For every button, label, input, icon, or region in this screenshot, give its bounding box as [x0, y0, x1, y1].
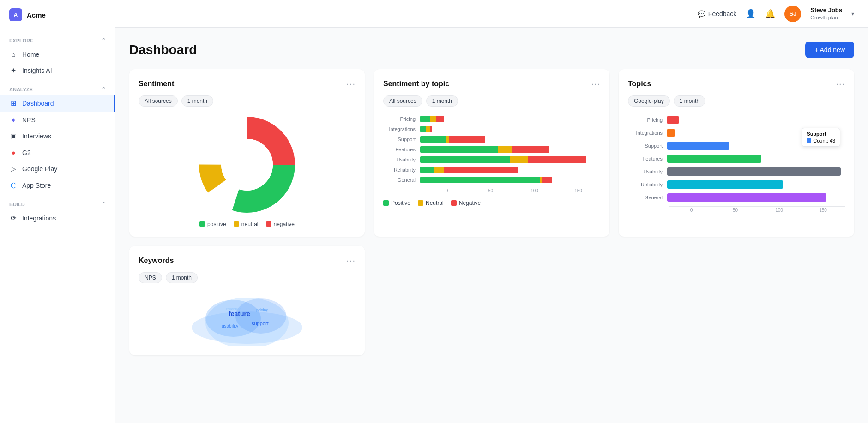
- sentiment-card: Sentiment ··· All sources 1 month: [129, 69, 365, 237]
- sidebar-item-home[interactable]: ⌂ Home: [0, 46, 115, 62]
- sentiment-source-filter[interactable]: All sources: [139, 95, 178, 107]
- insights-icon: ✦: [9, 66, 18, 75]
- bar-track: [420, 167, 600, 173]
- user-menu-chevron[interactable]: ▾: [851, 11, 854, 17]
- keywords-wordcloud: feature support usability pricing reliab…: [139, 291, 356, 346]
- sidebar-item-google-play[interactable]: ▷ Google Play: [0, 161, 115, 177]
- topics-period-filter[interactable]: 1 month: [674, 95, 705, 107]
- sidebar-item-insights-ai[interactable]: ✦ Insights AI: [0, 62, 115, 79]
- donut-hole: [221, 139, 273, 191]
- interviews-icon: ▣: [9, 132, 18, 140]
- svg-text:reliability: reliability: [226, 307, 241, 311]
- topics-chart-wrapper: Pricing Integrations Support Features Us…: [628, 114, 845, 214]
- sidebar-item-app-store[interactable]: ⬡ App Store: [0, 177, 115, 194]
- topics-filters: Google-play 1 month: [628, 95, 845, 107]
- bar-negative: [449, 136, 485, 143]
- keywords-header: Keywords ···: [139, 255, 356, 266]
- keywords-title: Keywords: [139, 256, 174, 265]
- topic-bar-row: Integrations: [383, 126, 600, 132]
- axis-tick: 100: [512, 188, 556, 193]
- topic-bar-row: Pricing: [383, 116, 600, 122]
- keywords-menu[interactable]: ···: [346, 255, 356, 266]
- sentiment-menu[interactable]: ···: [346, 78, 356, 89]
- users-icon[interactable]: 👤: [746, 9, 756, 19]
- keywords-period-filter[interactable]: 1 month: [166, 272, 198, 283]
- sidebar-logo[interactable]: A Acme: [0, 0, 115, 30]
- sentiment-topic-period-filter[interactable]: 1 month: [426, 95, 458, 107]
- bar-positive: [420, 146, 498, 153]
- bar-neutral: [498, 146, 512, 153]
- positive-dot: [199, 221, 205, 227]
- topics-bar-row: Pricing: [628, 116, 845, 124]
- sidebar-item-g2[interactable]: ● G2: [0, 144, 115, 161]
- home-icon: ⌂: [9, 50, 18, 58]
- st-negative-dot: [451, 200, 457, 206]
- bar-positive: [420, 126, 426, 132]
- sentiment-filters: All sources 1 month: [139, 95, 356, 107]
- topics-tooltip: Support Count: 43: [802, 128, 840, 147]
- feedback-button[interactable]: 💬 Feedback: [698, 10, 736, 18]
- topic-bar-row: Usability: [383, 156, 600, 163]
- feedback-icon: 💬: [698, 10, 705, 18]
- sidebar-item-nps[interactable]: ♦ NPS: [0, 112, 115, 128]
- topics-bar-row: Features: [628, 155, 845, 163]
- topics-label: Integrations: [628, 130, 667, 136]
- sentiment-topic-menu[interactable]: ···: [591, 78, 600, 89]
- nps-icon: ♦: [9, 116, 18, 124]
- user-plan: Growth plan: [810, 14, 842, 21]
- topics-label: General: [628, 195, 667, 200]
- sentiment-topic-source-filter[interactable]: All sources: [383, 95, 422, 107]
- sentiment-donut: positive neutral negative: [139, 114, 356, 227]
- logo-icon: A: [9, 8, 22, 21]
- bar-negative: [436, 116, 444, 122]
- svg-text:pricing: pricing: [256, 308, 269, 312]
- main-area: 💬 Feedback 👤 🔔 SJ Steve Jobs Growth plan…: [115, 0, 868, 423]
- topic-label: General: [383, 177, 420, 183]
- topics-axis-tick: 0: [669, 208, 713, 213]
- svg-text:usability: usability: [222, 323, 238, 328]
- bell-icon[interactable]: 🔔: [765, 9, 775, 19]
- topic-label: Support: [383, 137, 420, 142]
- bar-negative: [430, 126, 432, 132]
- app-store-icon: ⬡: [9, 181, 18, 190]
- sentiment-period-filter[interactable]: 1 month: [181, 95, 213, 107]
- topic-label: Pricing: [383, 116, 420, 122]
- g2-icon: ●: [9, 149, 18, 156]
- sentiment-topic-legend: Positive Neutral Negative: [383, 200, 600, 206]
- tooltip-title: Support: [807, 131, 835, 137]
- user-name: Steve Jobs: [810, 6, 842, 14]
- axis-tick: 150: [556, 188, 600, 193]
- topic-bar-row: Reliability: [383, 167, 600, 173]
- topic-label: Reliability: [383, 167, 420, 173]
- bar-positive: [420, 156, 510, 163]
- sidebar-resize-handle[interactable]: [866, 0, 868, 423]
- bar-neutral: [510, 156, 528, 163]
- bar-track: [420, 136, 600, 143]
- legend-positive: positive: [199, 221, 226, 227]
- topics-bar: [667, 155, 761, 163]
- topics-source-filter[interactable]: Google-play: [628, 95, 670, 107]
- bar-neutral: [426, 126, 430, 132]
- sidebar-item-interviews[interactable]: ▣ Interviews: [0, 128, 115, 144]
- topic-bar-row: Support: [383, 136, 600, 143]
- keywords-filters: NPS 1 month: [139, 272, 356, 283]
- google-play-icon: ▷: [9, 165, 18, 173]
- bar-positive: [420, 136, 446, 143]
- sentiment-topic-title: Sentiment by topic: [383, 80, 449, 88]
- topics-menu[interactable]: ···: [836, 78, 845, 89]
- bar-neutral: [430, 116, 436, 122]
- sidebar-item-dashboard[interactable]: ⊞ Dashboard: [0, 95, 115, 112]
- bar-track: [420, 126, 600, 132]
- topic-label: Usability: [383, 157, 420, 162]
- topics-bar: [667, 167, 841, 176]
- keywords-source-filter[interactable]: NPS: [139, 272, 162, 283]
- keywords-card: Keywords ··· NPS 1 month feature: [129, 246, 365, 355]
- sidebar-item-integrations[interactable]: ⟳ Integrations: [0, 210, 115, 226]
- legend-negative: negative: [266, 221, 295, 227]
- avatar[interactable]: SJ: [784, 6, 801, 22]
- sentiment-topic-card: Sentiment by topic ··· All sources 1 mon…: [374, 69, 609, 237]
- topics-label: Support: [628, 143, 667, 149]
- donut-chart: [196, 114, 298, 215]
- header: 💬 Feedback 👤 🔔 SJ Steve Jobs Growth plan…: [115, 0, 868, 28]
- add-new-button[interactable]: + Add new: [805, 42, 854, 58]
